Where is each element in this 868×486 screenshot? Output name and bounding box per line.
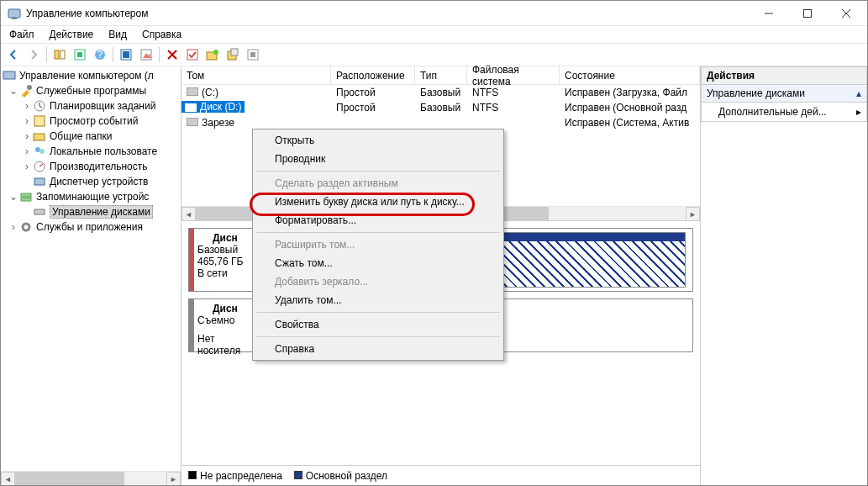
show-hide-tree-button[interactable] [50,45,69,64]
drive-icon [185,103,197,111]
back-button[interactable] [4,45,23,64]
svg-rect-28 [21,193,31,197]
expand-icon[interactable]: › [21,161,33,172]
ctx-open[interactable]: Открыть [255,131,502,150]
scroll-right-button[interactable]: ► [686,207,700,221]
menu-file[interactable]: Файл [3,27,41,42]
chevron-up-icon: ▴ [856,87,861,99]
context-menu: Открыть Проводник Сделать раздел активны… [252,129,504,361]
export-button[interactable] [137,45,155,64]
scroll-left-button[interactable]: ◄ [1,472,15,485]
volume-row-c[interactable]: (C:) Простой Базовый NTFS Исправен (Загр… [181,85,700,100]
expand-icon[interactable]: › [21,115,33,127]
ctx-format[interactable]: Форматировать... [255,211,502,230]
extra-button[interactable] [244,45,262,64]
col-type[interactable]: Тип [415,66,467,84]
svg-rect-16 [231,49,238,55]
tree-pane: Управление компьютером (л ⌄ Служебные пр… [1,66,181,485]
svg-point-31 [23,224,29,230]
forward-button[interactable] [24,45,43,64]
col-volume[interactable]: Том [181,66,331,84]
settings-button[interactable] [224,45,242,64]
maximize-button[interactable] [788,1,827,26]
tree-services[interactable]: › Службы и приложения [1,219,181,235]
check-button[interactable] [183,45,202,64]
tree-users[interactable]: › Локальные пользовате [1,144,181,159]
svg-rect-2 [804,9,812,17]
col-layout[interactable]: Расположение [331,66,415,84]
new-folder-button[interactable] [203,45,222,64]
drive-icon [187,117,198,125]
disk-0-header: Дисн Базовый 465,76 ГБ В сети [189,229,258,291]
scroll-left-button[interactable]: ◄ [181,207,196,221]
ctx-delete[interactable]: Удалить том... [255,291,502,309]
actions-more[interactable]: Дополнительные дей...▸ [701,103,867,122]
collapse-icon[interactable]: ⌄ [8,191,19,203]
computer-icon [3,69,16,82]
folder-icon [33,129,46,143]
expand-icon[interactable]: › [21,100,33,112]
tree-shared[interactable]: › Общие папки [1,129,181,144]
svg-rect-18 [250,52,255,57]
col-fs[interactable]: Файловая система [467,66,560,84]
menu-help[interactable]: Справка [135,27,188,42]
tree-hscrollbar[interactable]: ◄ ► [1,471,181,485]
menu-action[interactable]: Действие [43,27,101,42]
disk-1-header: Дисн Съемно Нет носителя [189,299,258,351]
tree-events[interactable]: › Просмотр событий [1,114,181,129]
col-status[interactable]: Состояние [560,66,700,84]
tree-systools[interactable]: ⌄ Служебные программы [1,83,181,98]
gear-icon [19,220,33,234]
device-icon [33,175,46,188]
tree-perf[interactable]: › Производительность [1,159,181,174]
tools-icon [19,84,33,98]
svg-rect-32 [187,87,198,96]
svg-rect-19 [3,71,15,79]
tree-root[interactable]: Управление компьютером (л [1,68,181,83]
scroll-thumb[interactable] [15,472,124,485]
title-bar: Управление компьютером [1,1,867,26]
legend-unallocated: Не распределена [188,470,282,482]
ctx-properties[interactable]: Свойства [255,315,502,334]
clock-icon [33,99,46,113]
ctx-explorer[interactable]: Проводник [255,150,502,168]
refresh-button[interactable] [117,45,135,64]
properties-button[interactable] [71,45,89,64]
actions-pane: Действия Управление дисками▴ Дополнитель… [701,66,867,485]
actions-diskmgmt[interactable]: Управление дисками▴ [701,85,867,103]
menu-view[interactable]: Вид [102,27,134,42]
svg-rect-0 [8,9,20,18]
svg-rect-6 [77,52,82,57]
svg-rect-3 [55,50,59,59]
svg-rect-10 [123,51,129,58]
ctx-change-letter[interactable]: Изменить букву диска или путь к диску... [255,193,502,211]
volume-list-header: Том Расположение Тип Файловая система Со… [181,66,700,85]
expand-icon[interactable]: › [21,130,33,142]
expand-icon[interactable]: › [8,221,19,233]
ctx-help[interactable]: Справка [255,340,502,358]
tree-diskmgmt-label: Управление дисками [50,205,153,219]
drive-icon [197,304,209,312]
tree-storage[interactable]: ⌄ Запоминающие устройс [1,189,181,204]
delete-button[interactable] [163,45,181,64]
tree-scheduler[interactable]: › Планировщик заданий [1,98,181,114]
drive-icon [187,87,198,95]
ctx-shrink[interactable]: Сжать том... [255,254,502,272]
window-title: Управление компьютером [26,8,750,19]
minimize-button[interactable] [750,1,788,26]
ctx-extend: Расширить том... [255,235,502,254]
tree-devmgr[interactable]: Диспетчер устройств [1,174,181,189]
volume-row-d[interactable]: Диск (D:) Простой Базовый NTFS Исправен … [181,100,700,115]
svg-point-20 [27,85,32,90]
collapse-icon[interactable]: ⌄ [8,85,19,97]
svg-text:?: ? [97,49,103,61]
expand-icon[interactable]: › [21,145,33,157]
perf-icon [33,160,46,173]
chevron-right-icon: ▸ [856,106,861,118]
help-button[interactable]: ? [91,45,109,64]
scroll-right-button[interactable]: ► [166,472,181,485]
close-button[interactable] [827,1,865,26]
svg-rect-27 [34,178,45,185]
tree-diskmgmt[interactable]: Управление дисками [1,204,181,219]
event-icon [33,114,46,128]
